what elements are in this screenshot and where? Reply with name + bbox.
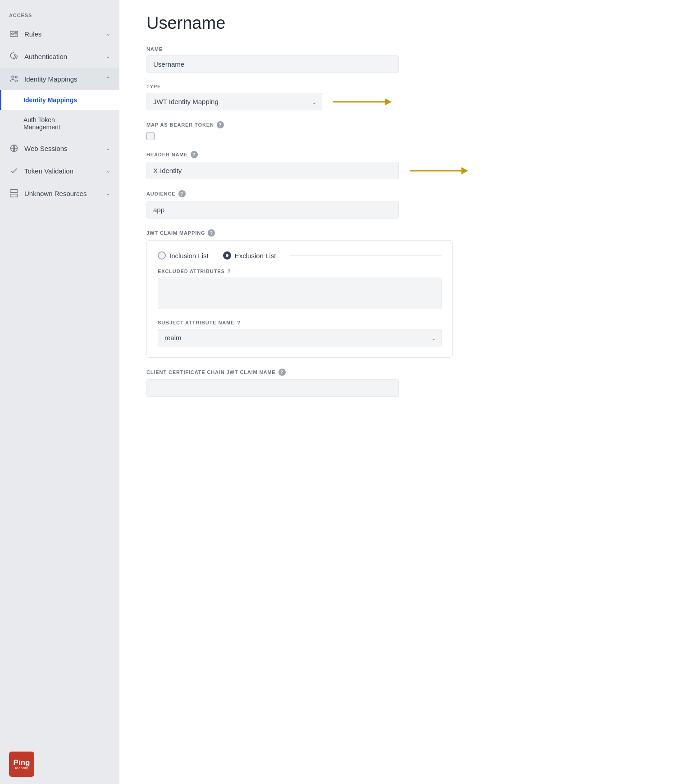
sidebar-item-identity-mappings[interactable]: Identity Mappings (0, 90, 119, 110)
chevron-icon-identity-mappings: ⌃ (106, 76, 110, 82)
chevron-icon-unknown-resources: ⌄ (106, 190, 110, 196)
chevron-icon-token-validation: ⌄ (106, 168, 110, 174)
sidebar-item-label-authentication: Authentication (24, 53, 67, 60)
sidebar-item-authentication[interactable]: Authentication ⌄ (0, 45, 119, 68)
sidebar-item-label-web-sessions: Web Sessions (24, 145, 68, 152)
sidebar-item-label-token-validation: Token Validation (24, 167, 73, 175)
ping-sub-text: Identity (15, 766, 28, 770)
id-card-icon (9, 29, 19, 39)
sidebar-item-auth-token-management[interactable]: Auth TokenManagement (0, 110, 119, 137)
globe-icon (9, 143, 19, 153)
header-name-input[interactable] (146, 162, 399, 179)
claim-mapping-box: Inclusion List Exclusion List EXCLUDED A… (146, 240, 453, 358)
svg-marker-13 (385, 98, 392, 105)
sidebar-logo: Ping Identity (0, 744, 119, 784)
inclusion-list-radio-label[interactable]: Inclusion List (158, 251, 209, 260)
name-field-group: NAME (146, 46, 671, 73)
map-as-bearer-token-checkbox[interactable] (146, 132, 155, 140)
exclusion-list-radio-label[interactable]: Exclusion List (223, 251, 276, 260)
ping-text: Ping (14, 759, 30, 766)
map-as-bearer-token-help-icon[interactable]: ? (217, 121, 224, 128)
sidebar-item-unknown-resources[interactable]: Unknown Resources ⌄ (0, 182, 119, 205)
excluded-attributes-group: EXCLUDED ATTRIBUTES ? (158, 269, 442, 311)
excluded-attributes-label: EXCLUDED ATTRIBUTES ? (158, 269, 442, 274)
svg-rect-9 (10, 194, 18, 197)
svg-point-6 (15, 76, 17, 78)
inclusion-list-radio-btn[interactable] (158, 251, 166, 260)
sidebar: ACCESS Rules ⌄ Authentication ⌄ Identity… (0, 0, 119, 784)
inclusion-list-label: Inclusion List (169, 252, 209, 260)
map-as-bearer-token-label: MAP AS BEARER TOKEN ? (146, 121, 671, 128)
header-name-label: HEADER NAME ? (146, 151, 671, 158)
main-content: Username NAME TYPE JWT Identity Mapping … (119, 0, 698, 784)
jwt-claim-mapping-label: JWT CLAIM MAPPING ? (146, 229, 671, 237)
radio-divider (290, 255, 442, 256)
audience-label: AUDIENCE ? (146, 190, 671, 197)
header-name-field-group: HEADER NAME ? (146, 151, 671, 179)
users-icon (9, 74, 19, 84)
server-icon (9, 188, 19, 198)
audience-help-icon[interactable]: ? (178, 190, 186, 197)
subject-attribute-name-group: SUBJECT ATTRIBUTE NAME ? realm sub iss ⌄ (158, 320, 442, 346)
audience-input[interactable] (146, 201, 399, 219)
sidebar-item-rules[interactable]: Rules ⌄ (0, 23, 119, 45)
audience-field-group: AUDIENCE ? (146, 190, 671, 219)
sidebar-item-label-identity-mappings-parent: Identity Mappings (24, 75, 78, 83)
exclusion-list-radio-btn[interactable] (223, 251, 231, 260)
excluded-attributes-help-icon[interactable]: ? (228, 269, 231, 274)
name-input[interactable] (146, 55, 399, 73)
exclusion-list-label: Exclusion List (235, 252, 276, 260)
chevron-icon-authentication: ⌄ (106, 53, 110, 59)
sidebar-item-label-unknown-resources: Unknown Resources (24, 190, 87, 197)
subject-attribute-name-label: SUBJECT ATTRIBUTE NAME ? (158, 320, 442, 325)
chevron-icon-rules: ⌄ (106, 31, 110, 37)
ping-identity-logo: Ping Identity (9, 752, 34, 777)
subject-attribute-select-wrapper: realm sub iss ⌄ (158, 329, 442, 346)
svg-point-5 (12, 76, 14, 78)
sidebar-item-label-rules: Rules (24, 30, 41, 38)
sidebar-item-token-validation[interactable]: Token Validation ⌄ (0, 160, 119, 182)
svg-point-1 (12, 33, 14, 35)
type-select[interactable]: JWT Identity Mapping Basic Identity Mapp… (146, 93, 322, 110)
check-icon (9, 166, 19, 176)
type-field-group: TYPE JWT Identity Mapping Basic Identity… (146, 84, 671, 110)
sidebar-section-label: ACCESS (0, 0, 119, 23)
jwt-claim-mapping-group: JWT CLAIM MAPPING ? Inclusion List Exclu… (146, 229, 671, 358)
type-label: TYPE (146, 84, 671, 89)
claim-mapping-radio-group: Inclusion List Exclusion List (158, 251, 442, 260)
arrow-right-header (410, 164, 468, 177)
svg-marker-15 (461, 167, 468, 174)
arrow-right-type (333, 96, 392, 108)
type-select-wrapper: JWT Identity Mapping Basic Identity Mapp… (146, 93, 322, 110)
client-cert-input[interactable] (146, 379, 399, 397)
type-arrow-indicator (333, 96, 392, 108)
client-cert-help-icon[interactable]: ? (278, 369, 286, 376)
header-name-arrow-indicator (410, 164, 468, 177)
sidebar-item-identity-mappings-parent[interactable]: Identity Mappings ⌃ (0, 68, 119, 90)
excluded-attributes-textarea[interactable] (158, 278, 442, 309)
client-cert-label: CLIENT CERTIFICATE CHAIN JWT CLAIM NAME … (146, 369, 671, 376)
sidebar-item-label-identity-mappings: Identity Mappings (23, 96, 77, 104)
name-label: NAME (146, 46, 671, 52)
sidebar-item-label-auth-token: Auth TokenManagement (23, 116, 60, 131)
map-as-bearer-token-group: MAP AS BEARER TOKEN ? (146, 121, 671, 140)
map-as-bearer-token-checkbox-wrapper (146, 132, 671, 140)
fingerprint-icon (9, 51, 19, 61)
svg-rect-8 (10, 190, 18, 193)
subject-attribute-select[interactable]: realm sub iss (158, 329, 442, 346)
chevron-icon-web-sessions: ⌄ (106, 145, 110, 151)
jwt-claim-mapping-help-icon[interactable]: ? (208, 229, 215, 237)
subject-attribute-name-help-icon[interactable]: ? (237, 320, 241, 325)
header-name-help-icon[interactable]: ? (191, 151, 198, 158)
sidebar-item-web-sessions[interactable]: Web Sessions ⌄ (0, 137, 119, 160)
client-cert-field-group: CLIENT CERTIFICATE CHAIN JWT CLAIM NAME … (146, 369, 671, 397)
page-title: Username (146, 14, 671, 33)
